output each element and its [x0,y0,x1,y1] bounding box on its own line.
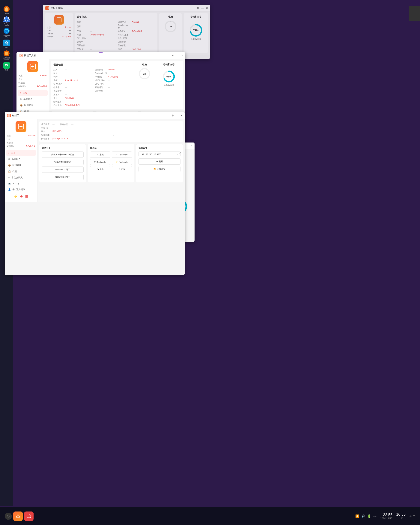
taskbar-yuzu-2[interactable] [24,512,34,521]
nav-custom-3[interactable]: ✏ 自定义刷入 [6,175,36,181]
minimize-btn-1[interactable]: — [201,7,204,9]
taskbar-code-icon: <> [373,515,376,518]
device-select-3[interactable]: 192.168.200.113:5555▾ [138,151,181,157]
taskbar-time2: 10:55 [396,512,406,516]
taskbar-date: 2024/11/17 [380,517,393,520]
nav-scrcpy-3[interactable]: 💻 Scrcpy [6,181,36,186]
battery-title-1: 电池 [161,15,180,18]
taskbar-lang: 真 文 [409,515,415,518]
win1-controls: ⚙ — ✕ [196,7,208,9]
play-btn-2[interactable] [99,52,103,53]
wireless-btn-3[interactable]: 📶无线连接 [138,166,181,172]
sidebar-icon-flash-3[interactable]: ⚡ [14,194,18,198]
nav-basic-2[interactable]: ⚙ 基本刷入 [18,96,48,102]
svg-point-23 [5,52,8,55]
taskbar-sound-icon: 🔊 [361,514,365,518]
svg-rect-25 [27,515,31,518]
install-adb-btn-3[interactable]: 安装ADB和Fastboot驱动 [42,151,84,158]
revoke-usb-btn-3[interactable]: 撤销USB3.0补丁 [42,174,84,180]
nav-format-3[interactable]: 👤 格式化&提取 [6,187,36,192]
taskbar-qq[interactable]: Q QQ [2,39,11,49]
close-btn-3[interactable]: ✕ [180,114,183,117]
close-btn-2[interactable]: ✕ [181,54,184,57]
minimize-btn-4[interactable]: — [185,144,189,147]
settings-btn-1[interactable]: ⚙ [196,7,199,9]
taskbar-edge[interactable]: MicrosoftEdge [2,28,11,38]
titlebar-2: 柚坛工具箱 ⚙ — ✕ [17,52,185,59]
sidebar-icon-git-3[interactable]: ⊕ [20,194,23,198]
nav-home-2[interactable]: ⌂ 主页 [18,90,48,96]
device-info-title-1: 设备信息 [77,15,155,19]
taskbar-clock-2: 10:55 周一 [396,512,406,520]
taskbar-clock: 22:55 2024/11/17 [380,513,393,520]
taskbar-network-icon: 📶 [355,514,359,518]
taskbar-battery-icon: 🔋 [367,514,371,518]
nav-home-3[interactable]: ⌂ 主页 [6,150,36,156]
xiaomi-usb-btn-3[interactable]: 小米USB3.0补丁 [42,167,84,173]
win1-title: 柚坛工具箱 [51,6,63,10]
taskbar-right: 📶 🔊 🔋 <> 22:55 2024/11/17 10:55 周一 真 文 [355,512,415,520]
app-icon-2 [27,61,38,72]
reboot-fastbootd-btn-3[interactable]: ⚡Fastbootd [112,159,132,165]
taskbar-firefox[interactable]: Firefox [2,5,11,15]
close-btn-4[interactable]: ✕ [190,144,193,147]
taskbar-time: 22:55 [380,513,393,517]
close-btn-1[interactable]: ✕ [205,7,208,9]
svg-point-20 [6,19,8,20]
nav-apps-3[interactable]: 📦 应用管理 [6,162,36,168]
window-1: 柚坛工具箱 ⚙ — ✕ 状态Android 代号— BL状态— A/B槽位A-O… [43,5,210,59]
taskbar-yuzu-1[interactable] [13,512,23,521]
app-logo-3 [7,114,11,117]
close-x-3[interactable]: ✕ [179,151,182,154]
reboot-system-btn-3[interactable]: ☁系统 [90,151,110,158]
reboot-9008-btn-3[interactable]: ⊙9008 [112,166,132,172]
nav-apps-2[interactable]: 📦 应用管理 [18,102,48,108]
shutdown-btn-3[interactable]: ⏻关机 [90,166,110,172]
taskbar-wechat[interactable]: W 微信 [2,62,11,71]
settings-btn-3[interactable]: ⚙ [171,114,174,117]
install-9008-btn-3[interactable]: 安装高通9008驱动 [42,159,84,165]
reboot-recovery-btn-3[interactable]: ↻Recovery [112,151,132,158]
right-edge-panel [409,6,420,21]
taskbar-firefox-mozilla[interactable]: 火狐浏览器(Mozilla) [2,50,11,60]
sidebar-icon-term-3[interactable]: ▦ [25,194,28,198]
refresh-btn-3[interactable]: ↻刷新 [138,159,181,165]
taskbar-chrome[interactable]: GoogleChrome [2,17,11,26]
taskbar-indicator[interactable] [5,513,12,520]
win2-controls: ⚙ — ✕ [172,54,184,57]
storage-title-1: 存储和内存 [185,15,206,18]
settings-btn-2[interactable]: ⚙ [172,54,175,57]
win3-title: 柚坛工 [12,114,19,117]
svg-marker-24 [16,514,20,517]
app-icon-3 [16,121,27,132]
nav-line-3[interactable]: 📋 线刷 [6,169,36,174]
app-logo-2 [19,54,22,57]
taskbar-bottom: 📶 🔊 🔋 <> 22:55 2024/11/17 10:55 周一 真 文 [0,507,420,525]
win2-title: 柚坛工具箱 [24,54,36,57]
minimize-btn-2[interactable]: — [176,54,179,57]
nav-basic-3[interactable]: ⚙ 基本刷入 [6,156,36,162]
taskbar-weekday: 周一 [396,516,406,520]
titlebar-3: 柚坛工 ⚙ — ✕ [5,112,185,119]
minimize-btn-3[interactable]: — [176,114,179,117]
reboot-bootloader-btn-3[interactable]: ⚙Bootloader [90,159,110,165]
window-3: 柚坛工 ⚙ — ✕ 状态Android 代号— BL状态— A/B槽位A-Onl… [5,112,185,275]
titlebar-1: 柚坛工具箱 ⚙ — ✕ [43,5,210,11]
app-logo-1 [45,6,49,10]
